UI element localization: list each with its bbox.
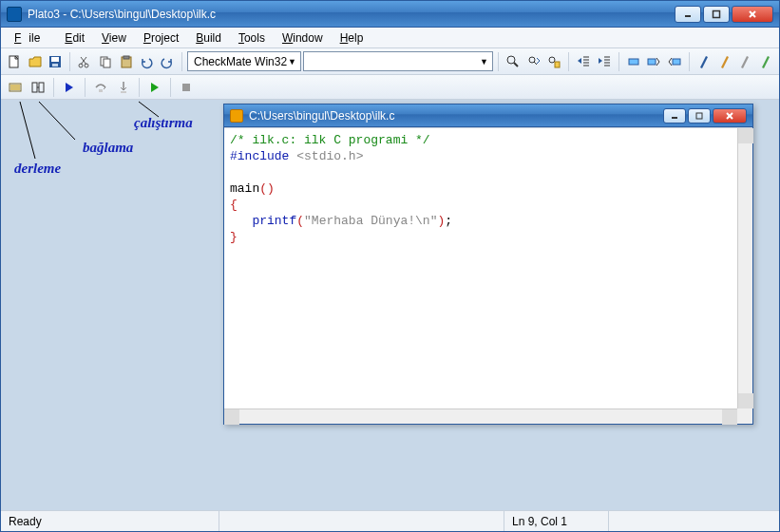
link-button[interactable] [28, 77, 48, 98]
menu-project[interactable]: Project [136, 29, 186, 47]
svg-rect-40 [182, 84, 190, 91]
maximize-button[interactable] [703, 6, 730, 23]
target-combo-label: CheckMate Win32 [194, 55, 287, 68]
svg-rect-45 [696, 113, 702, 119]
svg-line-41 [20, 102, 35, 159]
svg-rect-34 [10, 85, 20, 90]
svg-line-17 [514, 63, 518, 66]
run-button[interactable] [144, 77, 165, 98]
main-window: Plato3 - C:\Users\bingul\Desktop\ilk.c F… [0, 0, 780, 532]
new-file-button[interactable] [5, 51, 24, 72]
build-run-button[interactable] [59, 77, 80, 98]
horizontal-scrollbar[interactable] [224, 408, 737, 424]
svg-rect-13 [104, 59, 110, 67]
chevron-down-icon: ▼ [480, 57, 488, 66]
editor-titlebar[interactable]: C:\Users\bingul\Desktop\ilk.c [224, 104, 752, 127]
vertical-scrollbar[interactable] [737, 128, 752, 408]
status-spacer [609, 511, 779, 531]
code-editor[interactable]: /* ilk.c: ilk C programi */ #include <st… [224, 128, 752, 424]
mdi-client-area: çalıştırma bağlama derleme C:\Users\bing… [1, 100, 779, 510]
minimize-button[interactable] [675, 6, 701, 23]
marker1-button[interactable] [694, 51, 713, 72]
svg-rect-39 [121, 91, 126, 93]
svg-rect-36 [39, 83, 44, 92]
status-position: Ln 9, Col 1 [504, 511, 609, 531]
step-into-button[interactable] [113, 77, 134, 98]
svg-line-43 [139, 102, 159, 117]
compile-button[interactable] [5, 77, 26, 98]
toolbar-build [1, 75, 779, 100]
save-button[interactable] [47, 51, 66, 72]
resize-grip[interactable] [737, 408, 752, 424]
file-icon [230, 109, 243, 123]
close-button[interactable] [732, 6, 773, 23]
editor-maximize-button[interactable] [688, 108, 711, 124]
svg-line-19 [534, 62, 537, 65]
menu-file[interactable]: File [7, 29, 55, 47]
marker3-button[interactable] [735, 51, 754, 72]
editor-close-button[interactable] [713, 108, 747, 124]
bookmark-button[interactable] [624, 51, 643, 72]
svg-rect-6 [51, 57, 59, 62]
menu-help[interactable]: Help [333, 29, 371, 47]
target-combo[interactable]: CheckMate Win32 ▼ [187, 51, 301, 71]
svg-point-16 [507, 56, 515, 64]
svg-point-20 [549, 57, 555, 63]
redo-button[interactable] [158, 51, 177, 72]
annotation-run: çalıştırma [134, 115, 193, 131]
editor-minimize-button[interactable] [663, 108, 686, 124]
window-title: Plato3 - C:\Users\bingul\Desktop\ilk.c [28, 8, 216, 21]
svg-rect-35 [32, 83, 37, 92]
chevron-down-icon: ▼ [288, 57, 296, 66]
svg-rect-31 [648, 59, 656, 65]
app-icon [7, 7, 22, 22]
menu-edit[interactable]: Edit [57, 29, 92, 47]
menu-window[interactable]: Window [275, 29, 331, 47]
annotation-compile: derleme [14, 161, 61, 177]
menu-view[interactable]: View [94, 29, 134, 47]
find-button[interactable] [504, 51, 523, 72]
stop-button[interactable] [176, 77, 197, 98]
svg-rect-7 [52, 64, 58, 66]
bookmark-prev-button[interactable] [665, 51, 684, 72]
status-ready: Ready [1, 511, 219, 531]
step-over-button[interactable] [90, 77, 111, 98]
paste-button[interactable] [117, 51, 136, 72]
marker2-button[interactable] [715, 51, 734, 72]
marker4-button[interactable] [756, 51, 775, 72]
undo-button[interactable] [138, 51, 157, 72]
statusbar: Ready Ln 9, Col 1 [1, 510, 779, 531]
svg-rect-32 [673, 59, 680, 65]
svg-line-42 [39, 102, 75, 140]
menubar: File Edit View Project Build Tools Windo… [1, 28, 779, 48]
annotation-lines [1, 100, 229, 214]
toolbar-main: CheckMate Win32 ▼ ▼ [1, 48, 779, 75]
find-in-files-button[interactable] [544, 51, 563, 72]
titlebar[interactable]: Plato3 - C:\Users\bingul\Desktop\ilk.c [1, 1, 779, 28]
svg-rect-1 [713, 10, 720, 17]
svg-rect-30 [629, 59, 638, 65]
cut-button[interactable] [75, 51, 94, 72]
editor-window: C:\Users\bingul\Desktop\ilk.c /* ilk.c: … [223, 104, 753, 425]
open-file-button[interactable] [26, 51, 45, 72]
copy-button[interactable] [96, 51, 115, 72]
menu-tools[interactable]: Tools [231, 29, 273, 47]
menu-build[interactable]: Build [188, 29, 229, 47]
outdent-button[interactable] [574, 51, 593, 72]
annotation-link: bağlama [83, 140, 133, 156]
bookmark-next-button[interactable] [644, 51, 663, 72]
svg-rect-38 [99, 89, 103, 92]
editor-area: /* ilk.c: ilk C programi */ #include <st… [224, 127, 752, 424]
editor-title: C:\Users\bingul\Desktop\ilk.c [249, 109, 394, 123]
indent-button[interactable] [595, 51, 614, 72]
find-next-button[interactable] [524, 51, 543, 72]
search-combo[interactable]: ▼ [303, 51, 493, 71]
svg-rect-15 [124, 56, 129, 59]
svg-rect-21 [555, 62, 560, 67]
status-empty [219, 511, 504, 531]
